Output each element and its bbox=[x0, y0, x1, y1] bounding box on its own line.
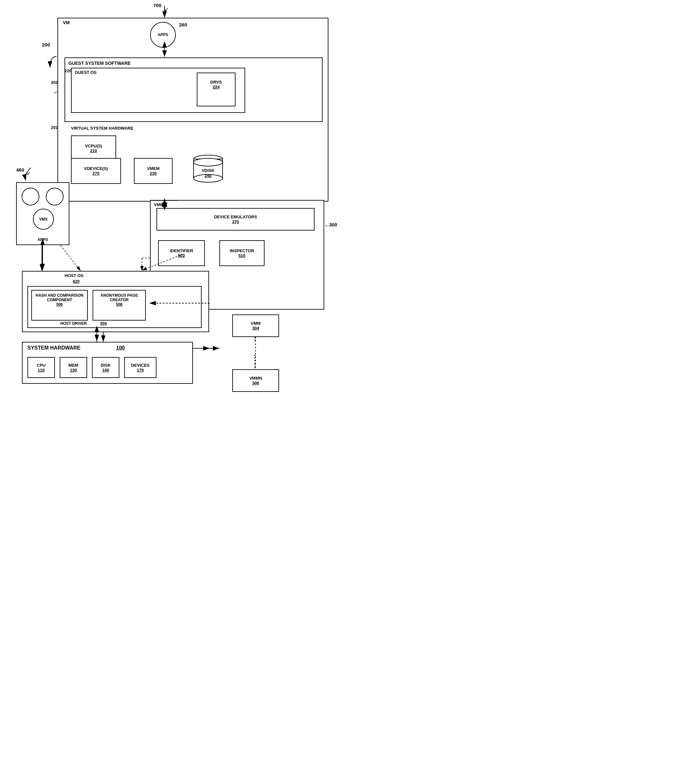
mem-ref: 130 bbox=[70, 368, 77, 372]
mem-label: MEM bbox=[68, 363, 78, 368]
mem-box: MEM 130 bbox=[60, 357, 87, 378]
ref-201: 201 bbox=[51, 125, 58, 130]
ref-460: 460 bbox=[16, 167, 24, 173]
vdevice-box: VDEVICE(S) 270 bbox=[71, 158, 121, 184]
vdevice-ref: 270 bbox=[92, 171, 100, 176]
ref-260: 260 bbox=[179, 22, 187, 27]
ref-700: 700 bbox=[153, 3, 161, 8]
device-emulators-box: DEVICE EMULATORS 370 bbox=[157, 208, 315, 231]
ref-202: 202 bbox=[51, 80, 58, 85]
arrow-460: ↙ bbox=[26, 170, 31, 176]
vmm-label: VMM bbox=[154, 202, 163, 207]
cpu-label: CPU bbox=[37, 363, 46, 368]
vmem-label: VMEM bbox=[147, 166, 160, 171]
inspector-box: INSPECTOR 510 bbox=[219, 240, 265, 266]
disk-label: DISK bbox=[101, 363, 110, 368]
hash-comp-label: HASH AND COMPARISON COMPONENT bbox=[32, 291, 87, 302]
ref-200: 200 bbox=[42, 42, 50, 48]
system-hw-label: SYSTEM HARDWARE bbox=[27, 345, 80, 351]
anon-page-ref: 508 bbox=[93, 302, 145, 307]
vmmn-306-ref: 306 bbox=[252, 380, 259, 385]
vcpu-label: VCPU(S) bbox=[85, 143, 102, 148]
system-hw-box: SYSTEM HARDWARE 100 CPU 110 MEM 130 DISK… bbox=[22, 342, 193, 384]
svg-text:240: 240 bbox=[204, 173, 212, 178]
svg-point-18 bbox=[194, 158, 222, 166]
device-emulators-label: DEVICE EMULATORS bbox=[214, 214, 257, 219]
apps-460-label: APPS bbox=[17, 237, 69, 242]
host-os-box: HOST OS 420 HASH AND COMPARISON COMPONEN… bbox=[22, 271, 209, 332]
circle-1 bbox=[21, 188, 40, 206]
host-driver-label: HOST DRIVER bbox=[60, 321, 87, 326]
ref-220: 220 bbox=[64, 68, 72, 73]
vmem-box: VMEM 230 bbox=[134, 158, 173, 184]
system-hw-ref: 100 bbox=[116, 345, 125, 351]
anon-page-label: ANONYMOUS PAGE CREATOR bbox=[93, 291, 145, 302]
device-emulators-ref: 370 bbox=[232, 219, 239, 224]
anon-page-box: ANONYMOUS PAGE CREATOR 508 bbox=[92, 290, 146, 321]
vcpu-ref: 210 bbox=[90, 148, 97, 153]
guest-system-label: GUEST SYSTEM SOFTWARE bbox=[68, 61, 131, 66]
host-os-ref: 420 bbox=[72, 279, 80, 284]
vdisk-svg: VDISK 240 bbox=[190, 153, 226, 185]
vmmn-306-box: VMMN 306 bbox=[232, 369, 279, 392]
circle-2 bbox=[46, 188, 64, 206]
host-driver-ref: 504 bbox=[101, 321, 107, 326]
hash-comp-box: HASH AND COMPARISON COMPONENT 506 bbox=[31, 290, 88, 321]
guest-os-label: GUEST OS bbox=[75, 70, 96, 75]
host-os-label: HOST OS bbox=[64, 273, 84, 278]
virtual-hw-label: VIRTUAL SYSTEM HARDWARE bbox=[71, 126, 133, 131]
identifier-label: IDENTIFIER bbox=[170, 248, 193, 253]
cpu-box: CPU 110 bbox=[27, 357, 55, 378]
apps-460-box: VMX APPS bbox=[16, 182, 69, 245]
identifier-ref: 502 bbox=[178, 253, 185, 258]
drvs-ref: 224 bbox=[198, 84, 235, 89]
arrow-300: → bbox=[324, 222, 330, 229]
hash-comp-ref: 506 bbox=[32, 302, 87, 307]
devices-label: DEVICES bbox=[131, 363, 149, 368]
drvs-label: DRVS bbox=[198, 80, 235, 84]
vmx-circle: VMX bbox=[33, 209, 54, 230]
vmm-304-label: VMM bbox=[250, 321, 260, 326]
ref-300: 300 bbox=[329, 222, 337, 227]
vmmn-306-label: VMMN bbox=[249, 376, 262, 380]
arrow-700: ↙ bbox=[164, 6, 169, 13]
apps-circle-260: APPS bbox=[150, 22, 176, 48]
identifier-box: IDENTIFIER 502 bbox=[158, 240, 205, 266]
diagram: 700 ↙ VM 200 APPS 260 GUEST SYSTEM SOFTW… bbox=[0, 0, 346, 392]
svg-text:VDISK: VDISK bbox=[202, 168, 214, 173]
inspector-label: INSPECTOR bbox=[230, 248, 254, 253]
vcpu-box: VCPU(S) 210 bbox=[71, 135, 116, 161]
cpu-ref: 110 bbox=[38, 368, 45, 372]
vmm-304-box: VMM 304 bbox=[232, 315, 279, 337]
vdisk-container: VDISK 240 bbox=[190, 153, 226, 185]
vm-label: VM bbox=[63, 20, 70, 25]
devices-ref: 170 bbox=[137, 368, 144, 372]
apps-label: APPS bbox=[158, 33, 168, 37]
devices-box: DEVICES 170 bbox=[124, 357, 157, 378]
inspector-ref: 510 bbox=[239, 253, 245, 258]
vmem-ref: 230 bbox=[150, 171, 157, 176]
drvs-box: DRVS 224 bbox=[197, 72, 236, 106]
vdevice-label: VDEVICE(S) bbox=[84, 166, 108, 171]
vmm-304-ref: 304 bbox=[252, 326, 259, 331]
disk-ref: 140 bbox=[102, 368, 109, 372]
disk-box: DISK 140 bbox=[92, 357, 119, 378]
host-driver-box: HASH AND COMPARISON COMPONENT 506 ANONYM… bbox=[27, 286, 202, 328]
vmx-label: VMX bbox=[39, 217, 48, 222]
